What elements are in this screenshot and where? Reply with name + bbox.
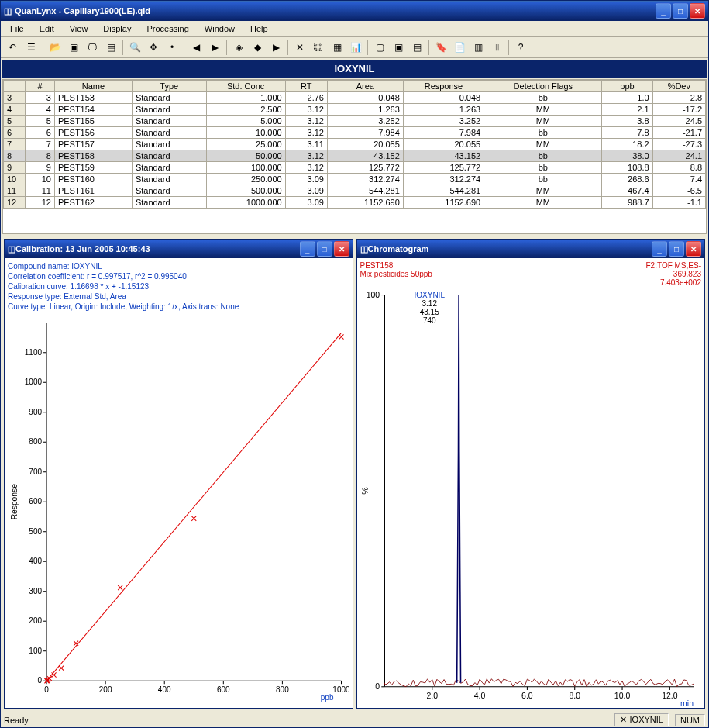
tool-move-icon[interactable]: ✥ <box>145 39 162 56</box>
svg-text:0: 0 <box>37 676 42 685</box>
svg-text:1000: 1000 <box>332 685 349 693</box>
tool-close-icon[interactable]: ✕ <box>291 39 308 56</box>
app-icon: ◫ <box>4 6 12 16</box>
data-table-pane[interactable]: #NameTypeStd. ConcRTAreaResponseDetectio… <box>2 79 707 234</box>
table-row[interactable]: 99PEST159Standard100.0003.12125.772125.7… <box>4 162 706 174</box>
svg-text:600: 600 <box>217 685 230 693</box>
svg-text:200: 200 <box>99 685 112 693</box>
tool-window-icon[interactable]: ▣ <box>65 39 82 56</box>
chromatogram-chart[interactable]: IOXYNIL 3.12 43.15 740 01002.04.06.08.01… <box>360 287 702 708</box>
svg-text:400: 400 <box>29 557 42 565</box>
tool-nav3-icon[interactable]: ▶ <box>267 39 284 56</box>
chrom-sample: PEST158 <box>360 261 432 270</box>
calib-line: Curve type: Linear, Origin: Include, Wei… <box>8 302 349 312</box>
calib-maximize-button[interactable]: □ <box>317 241 332 257</box>
tool-list-icon[interactable]: ☰ <box>22 39 40 56</box>
menu-edit[interactable]: Edit <box>33 22 60 35</box>
svg-text:0: 0 <box>44 685 49 693</box>
column-header[interactable]: Std. Conc <box>206 81 285 92</box>
menu-view[interactable]: View <box>64 22 95 35</box>
svg-text:600: 600 <box>29 497 42 505</box>
table-row[interactable]: 1212PEST162Standard1000.0003.091152.6901… <box>4 197 706 209</box>
calib-line: Compound name: IOXYNIL <box>8 261 349 271</box>
column-header[interactable]: Area <box>327 81 403 92</box>
tool-point-icon[interactable]: • <box>163 39 181 56</box>
calibration-chart[interactable]: 0100200300400500600700800900100011000200… <box>8 315 349 705</box>
chromatogram-icon: ◫ <box>360 244 368 254</box>
table-row[interactable]: 77PEST157Standard25.0003.1120.05520.055M… <box>4 139 706 150</box>
column-header[interactable] <box>4 81 26 92</box>
tool-open-icon[interactable]: 📂 <box>46 39 64 56</box>
menu-display[interactable]: Display <box>97 22 137 35</box>
svg-text:ppb: ppb <box>321 693 334 702</box>
column-header[interactable]: Name <box>54 81 132 92</box>
tool-panel1-icon[interactable]: ▢ <box>371 39 388 56</box>
table-row[interactable]: 1111PEST161Standard500.0003.09544.281544… <box>4 185 706 197</box>
column-header[interactable]: ppb <box>602 81 652 92</box>
menu-file[interactable]: File <box>4 22 30 35</box>
svg-text:0: 0 <box>375 681 380 691</box>
tool-left-icon[interactable]: ◀ <box>188 39 205 56</box>
chrom-scan-type: F2:TOF MS,ES- <box>646 261 702 270</box>
chrom-mz: 369.823 <box>646 270 702 278</box>
svg-text:8.0: 8.0 <box>569 691 580 700</box>
maximize-button[interactable]: □ <box>673 3 688 19</box>
column-header[interactable]: Detection Flags <box>484 81 602 92</box>
svg-text:6.0: 6.0 <box>521 691 533 700</box>
tool-tag-icon[interactable]: 🔖 <box>432 39 449 56</box>
tool-nav1-icon[interactable]: ◈ <box>230 39 247 56</box>
table-row[interactable]: 44PEST154Standard2.5003.121.2631.263MM2.… <box>4 104 706 116</box>
data-table: #NameTypeStd. ConcRTAreaResponseDetectio… <box>3 80 706 209</box>
chrom-minimize-button[interactable]: _ <box>652 241 667 257</box>
menu-help[interactable]: Help <box>244 22 274 35</box>
chrom-intensity: 7.403e+002 <box>646 278 702 287</box>
table-row[interactable]: 33PEST153Standard1.0002.760.0480.048bb1.… <box>4 92 706 104</box>
tool-right-icon[interactable]: ▶ <box>206 39 223 56</box>
column-header[interactable]: %Dev <box>652 81 705 92</box>
table-row[interactable]: 88PEST158Standard50.0003.1243.15243.152b… <box>4 150 706 162</box>
tool-layout-icon[interactable]: ▦ <box>329 39 346 56</box>
table-row[interactable]: 66PEST156Standard10.0003.127.9847.984bb7… <box>4 127 706 139</box>
chrom-maximize-button[interactable]: □ <box>669 241 684 257</box>
svg-text:%: % <box>360 487 370 494</box>
main-titlebar: ◫ QuanLynx - Capillary1900(LE).qld _ □ ✕ <box>1 1 708 21</box>
chromatogram-window: ◫ Chromatogram _ □ ✕ PEST158 Mix pestici… <box>356 239 706 709</box>
chrom-close-button[interactable]: ✕ <box>686 241 701 257</box>
svg-text:1100: 1100 <box>25 348 43 357</box>
calib-minimize-button[interactable]: _ <box>300 241 315 257</box>
minimize-button[interactable]: _ <box>656 3 671 19</box>
tool-panel3-icon[interactable]: ▤ <box>408 39 425 56</box>
menu-window[interactable]: Window <box>198 22 241 35</box>
svg-text:500: 500 <box>29 527 42 536</box>
svg-text:300: 300 <box>29 587 42 595</box>
table-row[interactable]: 55PEST155Standard5.0003.123.2523.252MM3.… <box>4 116 706 127</box>
menu-processing[interactable]: Processing <box>140 22 194 35</box>
column-header[interactable]: # <box>26 81 55 92</box>
svg-text:700: 700 <box>29 468 42 476</box>
calib-close-button[interactable]: ✕ <box>334 241 349 257</box>
tool-nav2-icon[interactable]: ◆ <box>249 39 266 56</box>
column-header[interactable]: RT <box>285 81 327 92</box>
svg-text:900: 900 <box>29 408 42 416</box>
tool-copy-icon[interactable]: ⿻ <box>310 39 327 56</box>
column-header[interactable]: Response <box>403 81 484 92</box>
close-button[interactable]: ✕ <box>690 3 705 19</box>
tool-panel2-icon[interactable]: ▣ <box>390 39 407 56</box>
calibration-info: Compound name: IOXYNIL Correlation coeff… <box>8 261 349 312</box>
column-header[interactable]: Type <box>132 81 206 92</box>
tool-zoom-icon[interactable]: 🔍 <box>126 39 143 56</box>
tool-help-icon[interactable]: ? <box>512 39 529 56</box>
svg-text:200: 200 <box>29 616 42 625</box>
chromatogram-header: PEST158 Mix pesticides 50ppb F2:TOF MS,E… <box>360 261 702 287</box>
tool-split-icon[interactable]: ⫴ <box>488 39 505 56</box>
calibration-icon: ◫ <box>8 244 15 254</box>
tool-revert-icon[interactable]: ↶ <box>4 39 21 56</box>
tool-chart-icon[interactable]: 📊 <box>347 39 364 56</box>
tool-screen-icon[interactable]: 🖵 <box>84 39 101 56</box>
svg-text:4.0: 4.0 <box>473 691 485 700</box>
svg-text:800: 800 <box>276 685 289 693</box>
tool-cols-icon[interactable]: ▥ <box>470 39 487 56</box>
table-row[interactable]: 1010PEST160Standard250.0003.09312.274312… <box>4 174 706 185</box>
tool-doc-icon[interactable]: 📄 <box>451 39 468 56</box>
tool-sheet-icon[interactable]: ▤ <box>102 39 119 56</box>
